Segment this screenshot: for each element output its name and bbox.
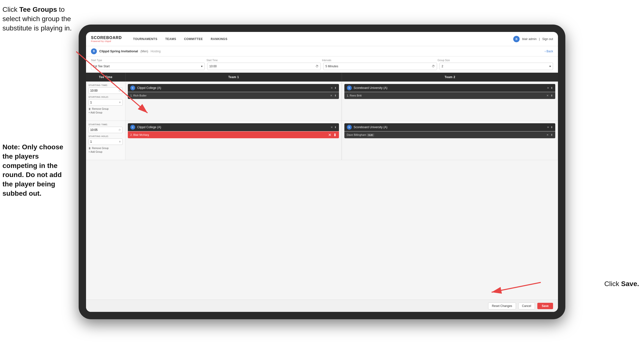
sign-out-link[interactable]: Sign out: [542, 37, 553, 41]
team1-col-2: C Clippd College (A) ✕ ⬍ 2. Bla: [125, 121, 342, 160]
add-group-label-2: + Add Group: [88, 151, 102, 153]
instruction-bottom: Note: Only choose the players competing …: [2, 142, 74, 198]
label-group-size: Group Size: [438, 59, 553, 62]
chevron-down-icon: ▾: [201, 65, 202, 68]
starting-hole-label-2: STARTING HOLE:: [88, 135, 123, 137]
starting-hole-value-2: 1: [90, 140, 92, 143]
tee-time-col-1: STARTING TIME: 10:00 ⏱ STARTING HOLE: 1 …: [86, 81, 125, 121]
team2-badge-2: S: [347, 125, 352, 130]
trash-icon-1: 🗑: [88, 108, 91, 110]
navbar-user: B blair admin | Sign out: [513, 36, 553, 42]
clock-icon-2: ⏱: [432, 65, 435, 68]
label-start-time: Start Time: [206, 59, 322, 62]
cancel-button[interactable]: Cancel: [518, 303, 535, 310]
app-logo: SCOREBOARD Powered by clippd: [91, 36, 122, 42]
clock-icon-3: ⏱: [118, 89, 121, 92]
team2-spinner-icon-1[interactable]: ⬍: [550, 86, 553, 90]
nav-committee[interactable]: COMMITTEE: [180, 32, 207, 46]
table-header: Tee Time Team 1 Team 2: [86, 73, 558, 81]
header-team2: Team 2: [342, 73, 558, 81]
save-button[interactable]: Save: [537, 303, 553, 309]
breadcrumb-badge: B: [91, 48, 97, 54]
player2-close-icon-1[interactable]: ✕: [546, 94, 549, 97]
starting-time-input-1[interactable]: 10:00 ⏱: [88, 87, 123, 94]
nav-teams[interactable]: TEAMS: [161, 32, 180, 46]
player-spinner-icon-2[interactable]: ⬍: [333, 133, 336, 137]
breadcrumb-back[interactable]: ‹ Back: [545, 50, 553, 53]
spacer: [86, 160, 558, 180]
player-close-icon-2[interactable]: ✕: [328, 133, 331, 137]
logo-title: SCOREBOARD: [91, 36, 122, 40]
starting-hole-input-1[interactable]: 1 ⬍: [88, 99, 123, 106]
tablet-shell: SCOREBOARD Powered by clippd TOURNAMENTS…: [79, 24, 565, 319]
instruction-bottom-text: Note: Only choose the players competing …: [2, 143, 63, 197]
team2-name-2: Scoreboard University (A): [354, 125, 545, 129]
team1-close-icon-1[interactable]: ✕: [330, 86, 333, 90]
tee-actions-2: 🗑 Remove Group + Add Group: [88, 147, 123, 153]
team2-group-header-2: S Scoreboard University (A) ✕ ⬍: [344, 123, 556, 131]
player-close-icon-1[interactable]: ✕: [330, 94, 332, 97]
team2-controls-1: ✕ ⬍: [547, 86, 553, 90]
remove-group-label-2: Remove Group: [92, 147, 109, 150]
avatar: B: [513, 36, 520, 42]
team1-name-2: Clippd College (A): [137, 125, 329, 129]
tee-actions-1: 🗑 Remove Group + Add Group: [88, 108, 123, 114]
input-group-size[interactable]: 2 ▾: [440, 63, 553, 70]
starting-time-value-2: 10:05: [90, 128, 98, 132]
player-spinner-icon-1[interactable]: ⬍: [334, 94, 336, 97]
tee-row-1: STARTING TIME: 10:00 ⏱ STARTING HOLE: 1 …: [86, 81, 558, 121]
team2-group-header-1: S Scoreboard University (A) ✕ ⬍: [344, 84, 556, 92]
tee-time-col-2: STARTING TIME: 10:05 ⏱ STARTING HOLE: 1 …: [86, 121, 125, 160]
breadcrumb-hosting: Hosting: [151, 50, 161, 53]
team1-player-name-2: 2. Blair McHarg: [130, 133, 326, 136]
team1-group-header-2: C Clippd College (A) ✕ ⬍: [128, 123, 339, 131]
input-intervals[interactable]: 5 Minutes ⏱: [323, 63, 437, 70]
footer-bar: Reset Changes Cancel Save: [86, 300, 558, 312]
label-intervals: Intervals: [322, 59, 438, 62]
add-group-btn-1[interactable]: + Add Group: [88, 111, 123, 114]
team1-spinner-icon-1[interactable]: ⬍: [334, 86, 336, 90]
starting-time-input-2[interactable]: 10:05 ⏱: [88, 127, 123, 133]
starting-hole-input-2[interactable]: 1 ⬍: [88, 138, 123, 145]
team1-name-1: Clippd College (A): [137, 86, 329, 90]
sub-badge: SUB: [367, 134, 374, 137]
header-team1: Team 1: [125, 73, 342, 81]
team2-close-icon-1[interactable]: ✕: [547, 86, 549, 90]
spinner-icon-1: ⬍: [119, 101, 121, 104]
tee-row-2: STARTING TIME: 10:05 ⏱ STARTING HOLE: 1 …: [86, 121, 558, 160]
player2-close-icon-2[interactable]: ✕: [546, 133, 549, 137]
team2-player-name-1: 1. Rees Britt: [347, 94, 545, 97]
starting-hole-label-1: STARTING HOLE:: [88, 96, 123, 98]
instruction-top-text: Click Tee Groups to select which group t…: [2, 6, 72, 32]
settings-inputs: 1st Tee Start ▾ 10:00 ⏱ 5 Minutes ⏱ 2 ▾: [91, 63, 553, 70]
team2-group-1: S Scoreboard University (A) ✕ ⬍ 1.: [344, 84, 556, 99]
input-start-time[interactable]: 10:00 ⏱: [207, 63, 321, 70]
reset-changes-button[interactable]: Reset Changes: [488, 303, 516, 310]
team1-badge-1: C: [130, 85, 135, 90]
add-group-btn-2[interactable]: + Add Group: [88, 151, 123, 153]
add-group-label-1: + Add Group: [88, 111, 102, 114]
input-start-type[interactable]: 1st Tee Start ▾: [91, 63, 205, 70]
remove-group-btn-1[interactable]: 🗑 Remove Group: [88, 108, 123, 110]
start-time-value: 10:00: [210, 65, 217, 68]
team1-close-icon-2[interactable]: ✕: [330, 126, 333, 129]
breadcrumb-bar: B Clippd Spring Invitational (Men) Hosti…: [86, 46, 558, 56]
breadcrumb-left: B Clippd Spring Invitational (Men) Hosti…: [91, 48, 160, 54]
starting-time-value-1: 10:00: [90, 89, 98, 92]
team2-col-1: S Scoreboard University (A) ✕ ⬍ 1.: [342, 81, 558, 121]
player2-spinner-icon-1[interactable]: ⬍: [550, 94, 553, 97]
group-size-value: 2: [442, 65, 444, 68]
clock-icon: ⏱: [316, 65, 318, 68]
start-type-value: 1st Tee Start: [93, 65, 110, 68]
nav-rankings[interactable]: RANKINGS: [207, 32, 231, 46]
player2-spinner-icon-2[interactable]: ⬍: [550, 133, 553, 137]
settings-row: Start Type Start Time Intervals Group Si…: [86, 56, 558, 73]
remove-group-btn-2[interactable]: 🗑 Remove Group: [88, 147, 123, 150]
label-start-type: Start Type: [91, 59, 206, 62]
team1-spinner-icon-2[interactable]: ⬍: [334, 126, 336, 129]
team1-player-2: 2. Blair McHarg ✕ ⬍: [128, 131, 339, 138]
starting-time-label-2: STARTING TIME:: [88, 123, 123, 126]
team2-close-icon-2[interactable]: ✕: [547, 126, 549, 129]
nav-tournaments[interactable]: TOURNAMENTS: [129, 32, 162, 46]
team2-spinner-icon-2[interactable]: ⬍: [550, 126, 553, 129]
